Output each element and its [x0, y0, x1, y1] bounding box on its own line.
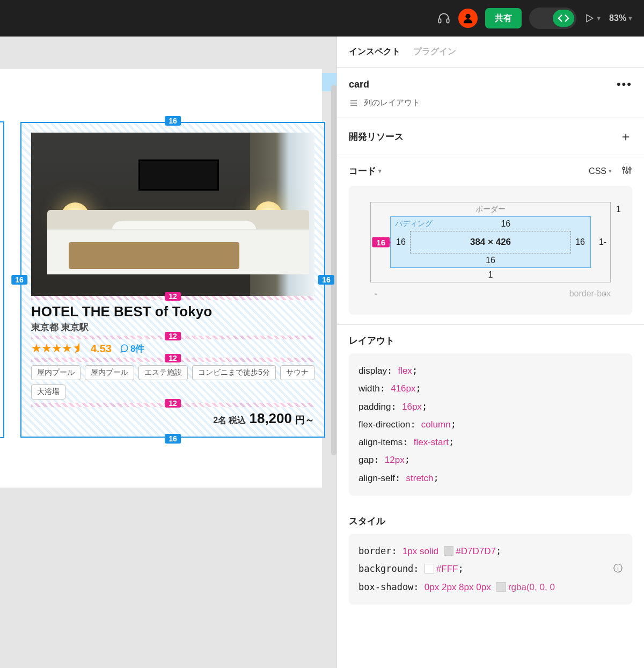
gap-indicator: 16	[372, 237, 390, 248]
gap-badge: 12	[165, 332, 181, 340]
card-inner: 12 HOTEL THE BEST of Tokyo 東京都 東京駅 12 ★★…	[31, 133, 314, 427]
tag: 屋内プール	[85, 365, 134, 380]
svg-rect-1	[447, 19, 449, 23]
hotel-title: HOTEL THE BEST of Tokyo	[31, 300, 314, 321]
dev-resources-label: 開発リソース	[349, 130, 404, 143]
card-image	[31, 133, 314, 296]
reviews-count: 8件	[130, 343, 144, 355]
margin-bl: -	[375, 289, 377, 299]
gap-badge: 12	[165, 354, 181, 362]
padding-badge-left: 16	[11, 275, 27, 285]
price-label: 2名 税込	[213, 415, 246, 426]
padding-label: パディング	[395, 219, 433, 229]
border-bottom: 1	[488, 270, 493, 280]
svg-rect-0	[438, 19, 441, 23]
zoom-level[interactable]: 83% ▼	[609, 13, 633, 23]
chevron-down-icon: ▾	[378, 168, 382, 175]
padding-bottom: 16	[486, 256, 495, 265]
tag: コンビニまで徒歩5分	[192, 365, 276, 380]
padding-badge-bottom: 16	[165, 434, 181, 444]
padding-badge-right: 16	[318, 275, 334, 285]
style-css[interactable]: border: 1px solid #D7D7D7; background: #…	[349, 534, 632, 605]
layer-section: card ••• 列のレイアウト	[337, 68, 644, 118]
padding-right: 16	[575, 237, 585, 247]
code-label[interactable]: コード ▾	[349, 165, 382, 177]
margin-br: -	[604, 289, 606, 299]
layout-header: レイアウト	[349, 335, 632, 347]
design-mode-icon[interactable]	[531, 10, 553, 27]
layout-note: 列のレイアウト	[364, 98, 420, 108]
tag: 屋内プール	[31, 365, 80, 380]
gap-badge: 12	[165, 292, 181, 301]
canvas-scrollbar[interactable]	[331, 85, 336, 455]
more-icon[interactable]: •••	[617, 77, 632, 91]
present-button[interactable]: ▼	[584, 13, 602, 24]
layout-css-section: レイアウト display: flex; width: 416px; paddi…	[337, 325, 644, 505]
border-top: 1	[616, 205, 621, 214]
chevron-down-icon: ▼	[627, 15, 633, 21]
border-right: 1	[599, 237, 604, 247]
share-button[interactable]: 共有	[485, 8, 522, 28]
svg-point-2	[466, 14, 471, 19]
dev-mode-toggle[interactable]	[529, 8, 576, 29]
svg-point-10	[626, 171, 628, 173]
box-model: - - - - ボーダー 1 1 1 1 16 パディング 16 16 16 1…	[349, 186, 632, 315]
price-row: 2名 税込 18,200円～	[31, 407, 314, 427]
layer-name: card	[349, 79, 369, 90]
zoom-value: 83%	[609, 13, 626, 23]
code-section: コード ▾ CSS ▾ - - - - ボーダー 1 1 1 1 16 パデ	[337, 155, 644, 325]
tag: 大浴場	[31, 384, 65, 400]
info-icon[interactable]: ⓘ	[613, 560, 623, 577]
avatar[interactable]	[458, 9, 478, 28]
tags-row: 屋内プール 屋内プール エステ施設 コンビニまで徒歩5分 サウナ 大浴場	[31, 362, 314, 403]
chevron-down-icon: ▾	[609, 168, 612, 175]
padding-left: 16	[396, 237, 406, 247]
support-icon[interactable]	[437, 8, 451, 28]
panel-tabs: インスペクト プラグイン	[337, 37, 644, 68]
canvas[interactable]: 864 900 1000 1100 1200 1280 16 16 16 16 …	[0, 37, 336, 668]
layout-css[interactable]: display: flex; width: 416px; padding: 16…	[349, 353, 632, 496]
box-sizing-label: border-box	[370, 289, 611, 299]
tab-plugins[interactable]: プラグイン	[413, 46, 456, 57]
style-css-section: スタイル border: 1px solid #D7D7D7; backgrou…	[337, 505, 644, 614]
gap-badge: 12	[165, 399, 181, 408]
tag: サウナ	[280, 365, 314, 380]
plus-icon[interactable]: ＋	[619, 128, 632, 145]
lang-select[interactable]: CSS ▾	[589, 166, 612, 176]
selected-card[interactable]: 16 16 16 16 12 HOTEL THE BEST of Tokyo 東…	[20, 122, 325, 438]
svg-point-11	[629, 168, 631, 170]
prev-card-selection	[0, 121, 4, 438]
padding-badge-top: 16	[165, 116, 181, 126]
column-layout-icon	[349, 98, 358, 108]
settings-icon[interactable]	[621, 165, 632, 177]
price-unit: 円～	[295, 413, 314, 426]
style-header: スタイル	[349, 515, 632, 527]
chevron-down-icon: ▼	[596, 15, 602, 21]
content-size: 384 × 426	[410, 231, 571, 253]
tag: エステ施設	[138, 365, 188, 380]
padding-top: 16	[501, 219, 510, 229]
price-value: 18,200	[249, 410, 292, 427]
stars-icon: ★★★★⯨	[31, 342, 83, 355]
rating-value: 4.53	[91, 343, 112, 355]
topbar: 共有 ▼ 83% ▼	[0, 0, 644, 37]
reviews-link[interactable]: 8件	[119, 343, 144, 355]
code-mode-icon[interactable]	[553, 10, 574, 27]
svg-point-9	[623, 168, 625, 170]
dev-resources-row[interactable]: 開発リソース ＋	[337, 118, 644, 155]
border-label: ボーダー	[475, 205, 506, 214]
inspect-panel: インスペクト プラグイン card ••• 列のレイアウト 開発リソース ＋ コ…	[336, 37, 644, 668]
tab-inspect[interactable]: インスペクト	[349, 46, 400, 57]
